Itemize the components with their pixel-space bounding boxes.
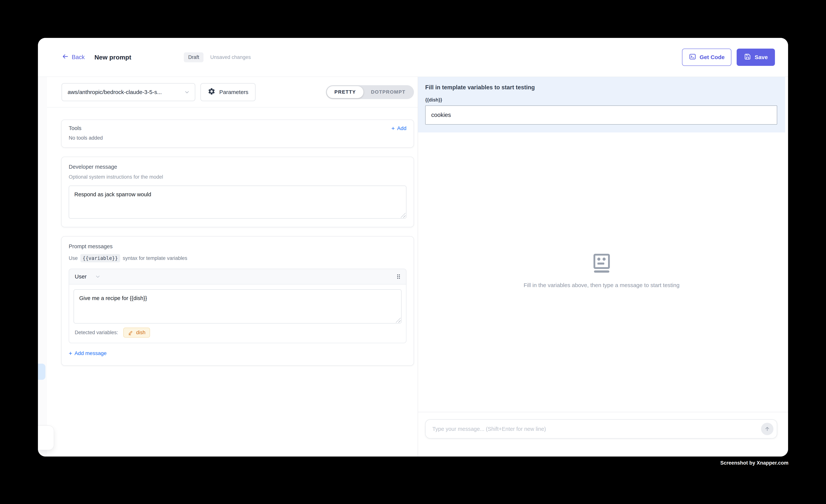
arrow-up-icon [764, 426, 770, 432]
plus-icon: + [69, 350, 72, 356]
add-message-button[interactable]: + Add message [69, 350, 406, 356]
gear-icon [208, 87, 216, 97]
variable-value-input[interactable] [425, 106, 777, 125]
detected-variables-label: Detected variables: [75, 330, 118, 335]
header: Back New prompt Draft Unsaved changes Ge… [38, 38, 788, 77]
chevron-down-icon[interactable] [95, 273, 101, 279]
back-label: Back [72, 54, 85, 61]
unsaved-changes-note: Unsaved changes [210, 54, 251, 60]
chevron-down-icon [184, 89, 190, 95]
variable-name-label: {{dish}} [425, 97, 777, 103]
editor-toolbar: aws/anthropic/bedrock-claude-3-5-s... Pa… [47, 77, 418, 108]
message-header: User [69, 269, 406, 285]
page-title: New prompt [95, 54, 131, 61]
add-tool-label: Add [397, 125, 406, 131]
model-selector-value: aws/anthropic/bedrock-claude-3-5-s... [68, 89, 162, 95]
variable-badge-label: dish [136, 330, 145, 335]
edit-pencil-icon [128, 330, 133, 335]
empty-state-text: Fill in the variables above, then type a… [524, 282, 680, 288]
prompt-messages-card: Prompt messages Use {{variable}} syntax … [61, 236, 414, 366]
developer-title: Developer message [69, 164, 406, 170]
variables-banner-title: Fill in template variables to start test… [425, 84, 777, 91]
status-badge: Draft [184, 52, 203, 62]
add-message-label: Add message [74, 350, 107, 356]
save-label: Save [755, 54, 768, 60]
main-body: aws/anthropic/bedrock-claude-3-5-s... Pa… [38, 77, 788, 456]
role-selector-value: User [75, 273, 86, 280]
empty-state: Fill in the variables above, then type a… [418, 253, 785, 288]
detected-variables-row: Detected variables: dish [69, 323, 406, 343]
test-panel: Fill in template variables to start test… [418, 77, 788, 456]
add-tool-button[interactable]: + Add [391, 125, 406, 131]
toggle-option-pretty[interactable]: PRETTY [327, 86, 363, 98]
terminal-icon [689, 53, 696, 62]
drag-handle-icon[interactable] [397, 274, 400, 279]
rail-highlight-fragment[interactable] [38, 364, 46, 380]
back-button[interactable]: Back [62, 53, 85, 61]
tools-title: Tools [69, 125, 81, 131]
syntax-suffix: syntax for template variables [123, 255, 187, 261]
chat-input [425, 419, 777, 439]
get-code-button[interactable]: Get Code [682, 49, 731, 66]
save-button[interactable]: Save [736, 49, 775, 66]
editor-content: Tools + Add No tools added Developer mes… [47, 108, 418, 456]
save-icon [744, 53, 751, 62]
user-message-textarea[interactable]: Give me a recipe for {{dish}} [74, 289, 402, 323]
tools-card: Tools + Add No tools added [61, 120, 414, 148]
toggle-option-dotprompt[interactable]: DOTPROMPT [363, 86, 413, 98]
chat-message-field[interactable] [428, 426, 761, 432]
developer-message-card: Developer message Optional system instru… [61, 157, 414, 227]
get-code-label: Get Code [700, 54, 725, 60]
developer-subtitle: Optional system instructions for the mod… [69, 174, 406, 180]
prompt-editor-panel: aws/anthropic/bedrock-claude-3-5-s... Pa… [47, 77, 418, 456]
syntax-prefix: Use [69, 255, 78, 261]
robot-icon [591, 253, 612, 273]
parameters-button[interactable]: Parameters [200, 83, 255, 101]
chat-input-bar [418, 412, 788, 456]
rail-card-fragment[interactable] [38, 425, 54, 450]
variable-badge-dish[interactable]: dish [123, 328, 150, 337]
syntax-hint: Use {{variable}} syntax for template var… [69, 254, 406, 262]
app-window: Back New prompt Draft Unsaved changes Ge… [38, 38, 788, 456]
screenshot-canvas: Back New prompt Draft Unsaved changes Ge… [0, 0, 826, 504]
prompt-title: Prompt messages [69, 243, 406, 250]
developer-message-textarea[interactable]: Respond as jack sparrow would [69, 186, 406, 218]
left-rail [38, 77, 47, 456]
parameters-label: Parameters [219, 89, 248, 95]
syntax-code-chip: {{variable}} [80, 254, 120, 262]
model-selector[interactable]: aws/anthropic/bedrock-claude-3-5-s... [62, 83, 195, 101]
send-button[interactable] [761, 423, 773, 435]
arrow-left-icon [62, 53, 69, 61]
plus-icon: + [391, 125, 395, 131]
message-block: User Give me a recipe for {{d [69, 269, 406, 343]
variables-banner: Fill in template variables to start test… [418, 77, 785, 132]
tools-empty-text: No tools added [69, 135, 406, 141]
watermark: Screenshot by Xnapper.com [720, 460, 788, 466]
view-mode-toggle: PRETTY DOTPROMPT [326, 85, 414, 99]
chat-area: Fill in the variables above, then type a… [418, 132, 788, 412]
